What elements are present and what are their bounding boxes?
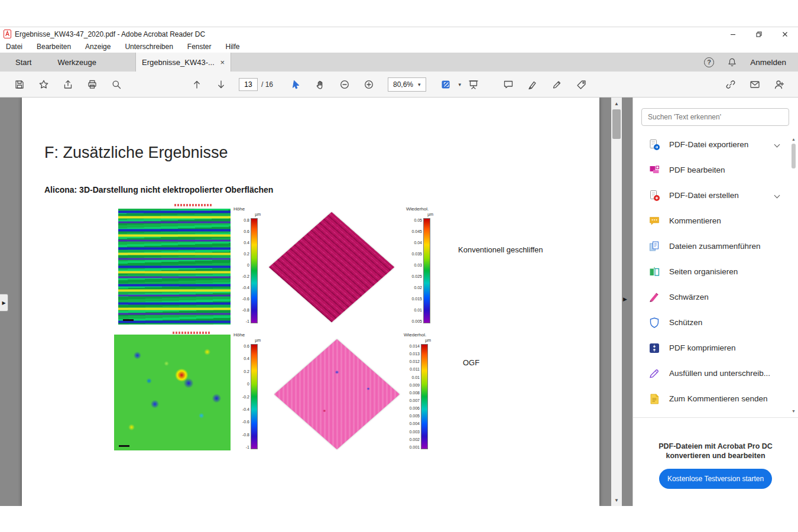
hand-tool-button[interactable] <box>308 74 332 95</box>
page-number-input[interactable] <box>239 78 258 91</box>
star-favorites-button[interactable] <box>31 74 56 95</box>
minimize-button[interactable] <box>720 27 746 41</box>
pdf-file-icon <box>4 30 11 38</box>
menu-bar: DateiBearbeitenAnzeigeUnterschreibenFens… <box>0 41 798 53</box>
sign-tool-button[interactable] <box>544 74 569 95</box>
colorbar-tick: 0.006 <box>404 406 420 410</box>
print-button[interactable] <box>80 74 104 95</box>
colorbar-wiederhol-2: Wiederhol.µm 0.0140.0130.0120.0110.010.0… <box>404 332 432 449</box>
send-for-comments-icon <box>648 393 660 405</box>
zoom-in-button[interactable] <box>356 74 381 95</box>
presentation-mode-button[interactable] <box>461 74 485 95</box>
surface-3d-render-conventional <box>264 207 399 327</box>
chevron-down-icon[interactable] <box>774 193 780 199</box>
tool-label: Kommentieren <box>669 216 721 225</box>
share-upload-button[interactable] <box>56 74 80 95</box>
menu-item[interactable]: Hilfe <box>226 43 240 51</box>
menu-item[interactable]: Fenster <box>187 43 212 51</box>
surface-heatmap-conventional <box>118 209 231 325</box>
add-person-button[interactable] <box>767 74 791 95</box>
tab-document[interactable]: Ergebnisse_KW43-... × <box>135 53 231 72</box>
notifications-bell-icon[interactable] <box>727 57 737 67</box>
colorbar-gradient <box>423 218 430 323</box>
colorbar-tick: -1 <box>233 445 249 449</box>
document-scrollbar[interactable]: ▲ ▼ <box>611 98 622 506</box>
search-tools-input[interactable] <box>641 108 789 126</box>
sidebar-tool-create-pdf[interactable]: PDF-Datei erstellen <box>633 183 798 208</box>
sidebar-tool-export-pdf[interactable]: PDF-Datei exportieren <box>633 132 798 157</box>
scroll-down-arrow[interactable]: ▼ <box>790 407 797 414</box>
page-display-options-button[interactable] <box>434 74 459 95</box>
right-panel-expander[interactable]: ▶ <box>623 296 627 302</box>
save-button[interactable] <box>7 74 31 95</box>
scale-bar <box>119 445 129 447</box>
select-tool-button[interactable] <box>284 74 308 95</box>
scale-bar <box>123 319 134 321</box>
tab-werkzeuge[interactable]: Werkzeuge <box>47 53 107 72</box>
sidebar-tool-organize-pages[interactable]: Seiten organisieren <box>633 259 798 284</box>
sidebar-tool-send-for-comments[interactable]: Zum Kommentieren senden <box>633 386 798 411</box>
tool-label: Schwärzen <box>669 293 709 301</box>
colorbar-tick: 0.6 <box>233 229 249 233</box>
close-button[interactable] <box>772 27 798 41</box>
menu-item[interactable]: Bearbeiten <box>37 43 71 51</box>
colorbar-tick: 0.045 <box>406 229 422 233</box>
sidebar-tool-redact[interactable]: Schwärzen <box>633 284 798 310</box>
left-panel-expander[interactable]: ▶ <box>0 294 8 312</box>
tab-close-icon[interactable]: × <box>220 59 225 66</box>
highlight-tool-button[interactable] <box>520 74 544 95</box>
next-page-button[interactable] <box>209 74 233 95</box>
sign-in-link[interactable]: Anmelden <box>750 58 786 67</box>
scroll-up-arrow[interactable]: ▲ <box>611 99 622 108</box>
colorbar-unit: µm <box>233 212 262 217</box>
colorbar-title: Wiederhol. <box>404 332 426 338</box>
red-annotation <box>174 204 212 206</box>
sidebar-tool-compress-pdf[interactable]: PDF komprimieren <box>633 335 798 361</box>
zoom-out-button[interactable] <box>332 74 356 95</box>
comment-tool-button[interactable] <box>496 74 520 95</box>
colorbar-tick: 0.05 <box>406 218 422 222</box>
document-area: F: Zusätzliche Ergebnisse Alicona: 3D-Da… <box>0 98 632 506</box>
scrollbar-thumb[interactable] <box>791 144 796 168</box>
scroll-down-arrow[interactable]: ▼ <box>611 495 622 505</box>
scroll-up-arrow[interactable]: ▲ <box>790 135 797 142</box>
colorbar-tick: 0.004 <box>404 421 420 426</box>
colorbar-title: Wiederhol. <box>406 206 429 212</box>
restore-button[interactable] <box>746 27 772 41</box>
menu-item[interactable]: Unterschreiben <box>125 43 173 51</box>
menu-item[interactable]: Datei <box>6 43 22 51</box>
sidebar-scrollbar[interactable]: ▲ ▼ <box>790 135 797 414</box>
sidebar-tool-comment[interactable]: Kommentieren <box>633 208 798 233</box>
help-icon[interactable]: ? <box>704 57 714 67</box>
colorbar-tick: 0.002 <box>404 437 420 442</box>
organize-pages-icon <box>648 266 660 278</box>
stamp-tag-tool-button[interactable] <box>569 74 593 95</box>
zoom-level-dropdown[interactable]: 80,6% ▾ <box>388 77 426 92</box>
share-link-button[interactable] <box>718 74 742 95</box>
tab-start[interactable]: Start <box>5 53 42 72</box>
sidebar-tool-edit-pdf[interactable]: PDF bearbeiten <box>633 157 798 183</box>
sidebar-tool-combine-files[interactable]: Dateien zusammenführen <box>633 233 798 259</box>
menu-item[interactable]: Anzeige <box>85 43 111 51</box>
zoom-tool-button[interactable] <box>104 74 128 95</box>
tool-label: PDF komprimieren <box>669 343 736 352</box>
previous-page-button[interactable] <box>184 74 209 95</box>
colorbar-hoehe-2: Höheµm 0.60.40.20-0.2-0.4-0.6-0.8-1 <box>233 332 262 449</box>
colorbar-tick: 0.4 <box>233 356 249 361</box>
start-free-trial-button[interactable]: Kostenlose Testversion starten <box>659 469 772 489</box>
colorbar-tick: -1 <box>233 319 249 323</box>
chevron-down-icon[interactable] <box>774 142 780 148</box>
sidebar-tool-fill-sign[interactable]: Ausfüllen und unterschreib... <box>633 361 798 386</box>
comment-icon <box>648 215 660 227</box>
promo-text-line1: PDF-Dateien mit Acrobat Pro DC <box>633 442 798 451</box>
email-button[interactable] <box>742 74 767 95</box>
combine-files-icon <box>648 241 660 252</box>
title-bar: Ergebnisse_KW43-47_2020.pdf - Adobe Acro… <box>0 27 798 41</box>
scrollbar-thumb[interactable] <box>612 109 621 139</box>
colorbar-tick: 0.005 <box>406 319 422 323</box>
compress-pdf-icon <box>648 342 660 354</box>
colorbar-tick: -0.2 <box>233 274 249 278</box>
colorbar-tick: 0.03 <box>406 263 422 267</box>
colorbar-tick: 0.008 <box>404 391 420 395</box>
sidebar-tool-protect[interactable]: Schützen <box>633 310 798 335</box>
